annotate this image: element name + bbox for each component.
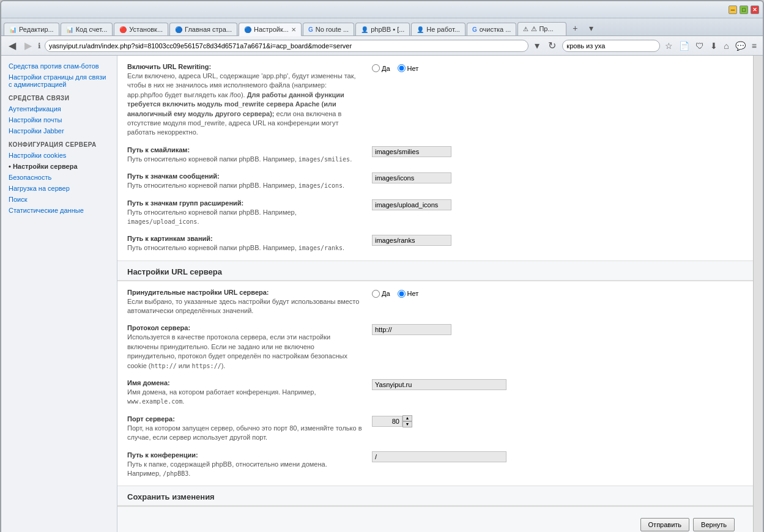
tab-5[interactable]: 🔵 Настройк... ✕ [239,23,302,36]
sidebar-link-server-settings[interactable]: Настройки сервера [1,161,117,172]
url-rewriting-radio-yes-input[interactable] [372,64,380,72]
smilies-input[interactable] [372,146,451,157]
tab-4-label: Главная стра... [185,26,232,33]
rank-images-control [372,235,743,246]
submit-button[interactable]: Отправить [640,518,690,531]
download-icon[interactable]: ⬇ [709,40,719,52]
server-port-control: ▲ ▼ [372,415,743,427]
domain-name-input[interactable] [372,379,506,390]
conference-path-input[interactable] [372,451,506,462]
home-icon[interactable]: ⌂ [722,40,730,52]
extension-icons-input[interactable] [372,199,451,210]
tab-1-label: Редактир... [19,26,54,33]
server-protocol-input[interactable] [372,324,451,335]
dropdown-button[interactable]: ▾ [532,39,542,53]
url-input[interactable] [45,40,528,52]
sidebar-link-mail[interactable]: Настройки почты [1,114,117,125]
reader-icon[interactable]: 📄 [678,40,691,52]
force-url-row: Принудительные настройки URL сервера: Ес… [127,289,743,316]
rank-images-input[interactable] [372,235,451,246]
back-button[interactable]: ◀ [6,39,18,53]
url-rewriting-radio-yes[interactable]: Да [372,64,390,72]
sidebar-link-cookies[interactable]: Настройки cookies [1,150,117,161]
rank-images-label: Путь к картинкам званий: Путь относитель… [127,235,372,253]
force-url-title: Принудительные настройки URL сервера: [127,289,269,296]
tab-7[interactable]: 👤 phpBB • [... [355,23,410,35]
rank-images-title: Путь к картинкам званий: [127,235,213,242]
browser-window: ─ □ ✕ 📊 Редактир... 📊 Код счет... 🔴 Уста… [0,0,764,532]
server-port-input[interactable] [372,416,402,427]
server-port-down[interactable]: ▼ [402,421,412,427]
maximize-button[interactable]: □ [740,6,748,14]
sidebar-link-load[interactable]: Нагрузка на сервер [1,183,117,194]
bookmark-icon[interactable]: ☆ [664,40,674,52]
submit-section: Отправить Вернуть [117,506,753,532]
tab-9[interactable]: G очистка ... [467,23,516,35]
shield-icon[interactable]: 🛡 [694,40,705,52]
tab-9-icon: G [472,26,477,33]
forward-button[interactable]: ▶ [22,39,34,53]
url-rewriting-section: Включить URL Rewriting: Если включено, а… [117,56,753,261]
scrollbar[interactable] [753,56,763,532]
server-protocol-title: Протокол сервера: [127,324,190,331]
tab-2[interactable]: 📊 Код счет... [61,23,113,35]
minimize-button[interactable]: ─ [729,6,737,14]
url-rewriting-radio-no[interactable]: Нет [398,64,419,72]
extension-icons-title: Путь к значкам групп расширений: [127,199,243,207]
url-rewriting-label: Включить URL Rewriting: Если включено, а… [127,63,372,138]
tab-7-label: phpBB • [... [371,26,404,33]
tab-7-icon: 👤 [361,26,368,33]
tab-menu-button[interactable]: ▾ [584,21,598,35]
sidebar-link-security[interactable]: Безопасность [1,172,117,183]
tab-5-close[interactable]: ✕ [291,26,296,33]
extension-icons-row: Путь к значкам групп расширений: Путь от… [127,199,743,227]
sync-icon[interactable]: 💬 [734,40,747,52]
tab-4[interactable]: 🔵 Главная стра... [169,23,237,35]
return-button[interactable]: Вернуть [693,518,735,531]
tab-8[interactable]: 👤 Не работ... [411,23,465,35]
new-tab-button[interactable]: + [568,21,582,35]
sidebar-link-auth[interactable]: Аутентификация [1,103,117,114]
server-port-up[interactable]: ▲ [402,415,412,421]
server-port-desc: Порт, на котором запущен сервер, обычно … [127,424,362,443]
tab-4-icon: 🔵 [175,26,182,33]
tab-2-label: Код счет... [76,26,108,33]
url-settings-section-title: Настройки URL сервера [117,261,753,281]
sidebar-link-stats[interactable]: Статистические данные [1,205,117,216]
force-url-radio-yes[interactable]: Да [372,290,390,298]
url-rewriting-desc: Если включено, адреса URL, содержащие 'a… [127,72,362,138]
menu-icon[interactable]: ≡ [751,40,758,52]
sidebar-section-server: КОНФИГУРАЦИЯ СЕРВЕРА [1,136,117,150]
force-url-radio-yes-input[interactable] [372,290,380,298]
force-url-radio-group: Да Нет [372,290,418,298]
server-port-row: Порт сервера: Порт, на котором запущен с… [127,415,743,443]
refresh-button[interactable]: ↻ [546,39,558,53]
close-button[interactable]: ✕ [751,6,759,14]
tab-1[interactable]: 📊 Редактир... [4,23,59,35]
message-icons-input[interactable] [372,172,451,183]
sidebar-link-spam[interactable]: Средства против спам-ботов [1,61,117,72]
server-protocol-row: Протокол сервера: Используется в качеств… [127,324,743,371]
tab-6[interactable]: G No route ... [303,23,354,35]
search-input[interactable] [562,40,660,52]
conference-path-label: Путь к конференции: Путь к папке, содерж… [127,451,372,479]
server-protocol-desc: Используется в качестве протокола сервер… [127,333,362,371]
sidebar-link-search[interactable]: Поиск [1,194,117,205]
sidebar-section-communication: СРЕДСТВА СВЯЗИ [1,90,117,103]
tab-3[interactable]: 🔴 Установк... [114,23,168,35]
url-rewriting-radio-no-input[interactable] [398,64,406,72]
tab-3-icon: 🔴 [119,26,127,33]
smilies-control [372,146,743,157]
tab-bar: 📊 Редактир... 📊 Код счет... 🔴 Установк..… [1,18,763,36]
message-icons-row: Путь к значкам сообщений: Путь относител… [127,172,743,190]
rank-images-desc: Путь относительно корневой папки phpBB. … [127,243,362,253]
tab-10[interactable]: ⚠ ⚠ Пр... [517,22,566,35]
force-url-radio-no[interactable]: Нет [398,290,419,298]
tab-1-icon: 📊 [9,26,17,33]
message-icons-title: Путь к значкам сообщений: [127,172,220,180]
sidebar-link-jabber[interactable]: Настройки Jabber [1,125,117,136]
server-port-spinner-btns: ▲ ▼ [402,415,412,427]
force-url-radio-no-input[interactable] [398,290,406,298]
sidebar-link-contact[interactable]: Настройки страницы для связи с администр… [1,72,117,90]
conference-path-control [372,451,743,462]
